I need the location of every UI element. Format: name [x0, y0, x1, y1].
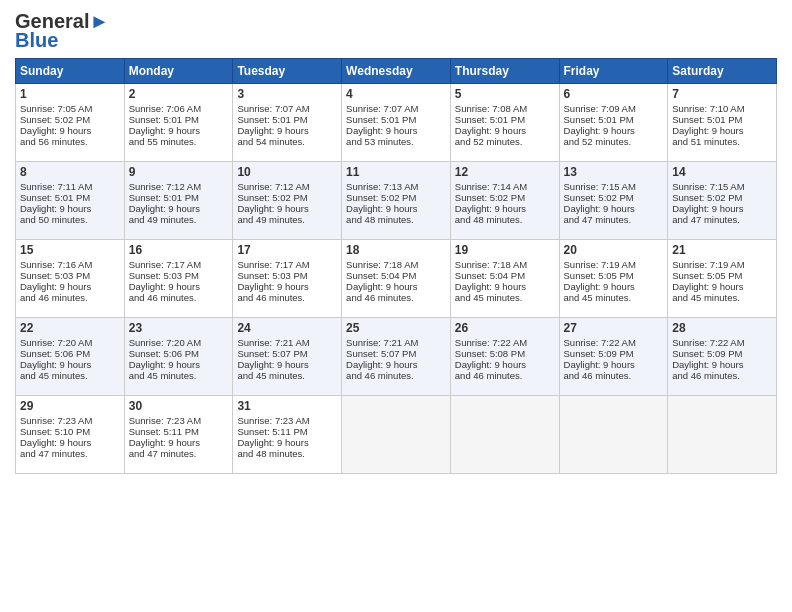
cell-text: and 56 minutes. [20, 136, 120, 147]
cell-text: Sunset: 5:06 PM [20, 348, 120, 359]
cell-text: Daylight: 9 hours [455, 125, 555, 136]
cell-text: Sunrise: 7:21 AM [237, 337, 337, 348]
calendar-cell: 19Sunrise: 7:18 AMSunset: 5:04 PMDayligh… [450, 240, 559, 318]
cell-text: Sunset: 5:11 PM [129, 426, 229, 437]
calendar-week-row: 8Sunrise: 7:11 AMSunset: 5:01 PMDaylight… [16, 162, 777, 240]
cell-text: Sunset: 5:02 PM [455, 192, 555, 203]
cell-text: Sunset: 5:01 PM [129, 114, 229, 125]
calendar-cell: 6Sunrise: 7:09 AMSunset: 5:01 PMDaylight… [559, 84, 668, 162]
cell-text: and 47 minutes. [672, 214, 772, 225]
cell-text: Sunset: 5:01 PM [346, 114, 446, 125]
calendar-cell: 29Sunrise: 7:23 AMSunset: 5:10 PMDayligh… [16, 396, 125, 474]
cell-text: and 47 minutes. [129, 448, 229, 459]
cell-text: Daylight: 9 hours [237, 437, 337, 448]
cell-text: Daylight: 9 hours [237, 203, 337, 214]
day-number: 14 [672, 165, 772, 179]
cell-text: Sunset: 5:09 PM [672, 348, 772, 359]
cell-text: and 46 minutes. [346, 370, 446, 381]
cell-text: Sunset: 5:02 PM [564, 192, 664, 203]
cell-text: and 53 minutes. [346, 136, 446, 147]
day-number: 26 [455, 321, 555, 335]
col-header-sunday: Sunday [16, 59, 125, 84]
calendar-cell: 9Sunrise: 7:12 AMSunset: 5:01 PMDaylight… [124, 162, 233, 240]
calendar-cell: 13Sunrise: 7:15 AMSunset: 5:02 PMDayligh… [559, 162, 668, 240]
col-header-wednesday: Wednesday [342, 59, 451, 84]
calendar-cell: 16Sunrise: 7:17 AMSunset: 5:03 PMDayligh… [124, 240, 233, 318]
cell-text: Sunrise: 7:11 AM [20, 181, 120, 192]
cell-text: Daylight: 9 hours [129, 125, 229, 136]
day-number: 22 [20, 321, 120, 335]
calendar-cell: 31Sunrise: 7:23 AMSunset: 5:11 PMDayligh… [233, 396, 342, 474]
calendar-cell: 15Sunrise: 7:16 AMSunset: 5:03 PMDayligh… [16, 240, 125, 318]
calendar-cell: 1Sunrise: 7:05 AMSunset: 5:02 PMDaylight… [16, 84, 125, 162]
cell-text: Sunset: 5:04 PM [455, 270, 555, 281]
cell-text: Daylight: 9 hours [129, 437, 229, 448]
cell-text: Sunset: 5:02 PM [672, 192, 772, 203]
day-number: 7 [672, 87, 772, 101]
col-header-thursday: Thursday [450, 59, 559, 84]
cell-text: and 52 minutes. [564, 136, 664, 147]
calendar-week-row: 22Sunrise: 7:20 AMSunset: 5:06 PMDayligh… [16, 318, 777, 396]
cell-text: and 46 minutes. [455, 370, 555, 381]
day-number: 25 [346, 321, 446, 335]
cell-text: and 48 minutes. [237, 448, 337, 459]
day-number: 8 [20, 165, 120, 179]
cell-text: Daylight: 9 hours [237, 125, 337, 136]
cell-text: Sunrise: 7:07 AM [346, 103, 446, 114]
day-number: 29 [20, 399, 120, 413]
calendar-cell: 17Sunrise: 7:17 AMSunset: 5:03 PMDayligh… [233, 240, 342, 318]
day-number: 6 [564, 87, 664, 101]
calendar-cell: 18Sunrise: 7:18 AMSunset: 5:04 PMDayligh… [342, 240, 451, 318]
cell-text: Sunset: 5:03 PM [129, 270, 229, 281]
cell-text: Daylight: 9 hours [346, 359, 446, 370]
cell-text: Sunrise: 7:12 AM [129, 181, 229, 192]
calendar-week-row: 15Sunrise: 7:16 AMSunset: 5:03 PMDayligh… [16, 240, 777, 318]
day-number: 15 [20, 243, 120, 257]
cell-text: Daylight: 9 hours [564, 125, 664, 136]
cell-text: Sunset: 5:01 PM [237, 114, 337, 125]
cell-text: Daylight: 9 hours [20, 281, 120, 292]
cell-text: and 47 minutes. [564, 214, 664, 225]
calendar-header-row: SundayMondayTuesdayWednesdayThursdayFrid… [16, 59, 777, 84]
cell-text: Sunrise: 7:21 AM [346, 337, 446, 348]
cell-text: Sunrise: 7:20 AM [20, 337, 120, 348]
cell-text: Sunset: 5:02 PM [20, 114, 120, 125]
cell-text: Sunrise: 7:23 AM [129, 415, 229, 426]
cell-text: and 46 minutes. [20, 292, 120, 303]
calendar-cell: 30Sunrise: 7:23 AMSunset: 5:11 PMDayligh… [124, 396, 233, 474]
cell-text: Sunrise: 7:20 AM [129, 337, 229, 348]
cell-text: and 51 minutes. [672, 136, 772, 147]
calendar-cell [668, 396, 777, 474]
cell-text: Daylight: 9 hours [455, 203, 555, 214]
cell-text: Sunset: 5:01 PM [129, 192, 229, 203]
cell-text: Sunrise: 7:16 AM [20, 259, 120, 270]
cell-text: and 48 minutes. [346, 214, 446, 225]
cell-text: and 45 minutes. [20, 370, 120, 381]
cell-text: Sunset: 5:11 PM [237, 426, 337, 437]
cell-text: and 52 minutes. [455, 136, 555, 147]
calendar-cell: 5Sunrise: 7:08 AMSunset: 5:01 PMDaylight… [450, 84, 559, 162]
cell-text: Sunrise: 7:09 AM [564, 103, 664, 114]
cell-text: Daylight: 9 hours [672, 281, 772, 292]
cell-text: Daylight: 9 hours [129, 359, 229, 370]
cell-text: Sunset: 5:03 PM [20, 270, 120, 281]
cell-text: Daylight: 9 hours [346, 203, 446, 214]
cell-text: Sunset: 5:08 PM [455, 348, 555, 359]
calendar-cell: 14Sunrise: 7:15 AMSunset: 5:02 PMDayligh… [668, 162, 777, 240]
calendar-cell: 23Sunrise: 7:20 AMSunset: 5:06 PMDayligh… [124, 318, 233, 396]
cell-text: Sunrise: 7:08 AM [455, 103, 555, 114]
day-number: 31 [237, 399, 337, 413]
day-number: 17 [237, 243, 337, 257]
cell-text: Sunrise: 7:15 AM [564, 181, 664, 192]
day-number: 3 [237, 87, 337, 101]
day-number: 5 [455, 87, 555, 101]
cell-text: Sunrise: 7:17 AM [237, 259, 337, 270]
header: General► Blue [15, 10, 777, 52]
cell-text: Sunset: 5:01 PM [564, 114, 664, 125]
calendar-cell: 20Sunrise: 7:19 AMSunset: 5:05 PMDayligh… [559, 240, 668, 318]
cell-text: and 46 minutes. [346, 292, 446, 303]
cell-text: Daylight: 9 hours [237, 359, 337, 370]
calendar-cell: 12Sunrise: 7:14 AMSunset: 5:02 PMDayligh… [450, 162, 559, 240]
cell-text: Daylight: 9 hours [237, 281, 337, 292]
cell-text: Daylight: 9 hours [564, 203, 664, 214]
